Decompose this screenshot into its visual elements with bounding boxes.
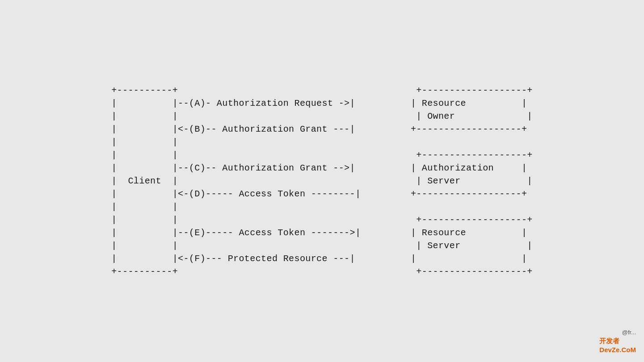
oauth-diagram: +----------+ +-------------------+ | |--… bbox=[111, 84, 533, 278]
diagram-container: +----------+ +-------------------+ | |--… bbox=[0, 0, 644, 362]
watermark-line1: @fr... bbox=[622, 329, 636, 337]
watermark-line2: 开发者DevZe.CoM bbox=[599, 337, 636, 354]
watermark: @fr... 开发者DevZe.CoM bbox=[599, 329, 636, 354]
